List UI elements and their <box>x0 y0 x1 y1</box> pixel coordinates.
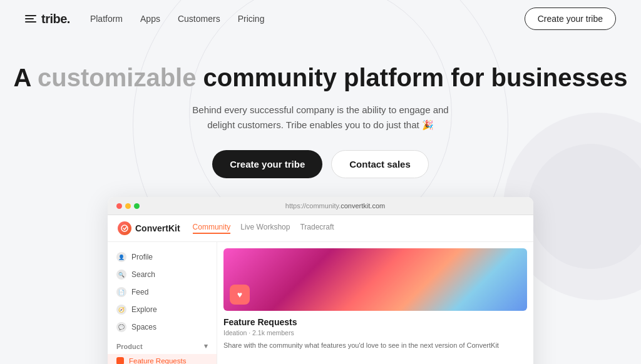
navbar-cta-button[interactable]: Create your tribe <box>525 8 616 30</box>
nav-platform[interactable]: Platform <box>90 14 123 24</box>
browser-dot-yellow[interactable] <box>125 203 131 209</box>
explore-icon: 🧭 <box>116 305 126 315</box>
chevron-down-icon: ▾ <box>204 342 208 350</box>
url-highlight: convertkit.com <box>341 202 385 210</box>
navbar-cta: Create your tribe <box>525 8 616 30</box>
feature-image: ♥ <box>223 248 527 311</box>
app-brand-icon <box>118 221 131 235</box>
sidebar-label-explore: Explore <box>131 305 157 314</box>
sidebar-item-explore[interactable]: 🧭 Explore <box>108 301 217 318</box>
app-main: ♥ Feature Requests Ideation · 2.1k membe… <box>217 242 533 364</box>
spaces-icon: 💬 <box>116 322 126 332</box>
hamburger-icon[interactable] <box>25 15 36 23</box>
sidebar-section-header: Product ▾ <box>108 336 217 354</box>
hero-title-accent: customizable <box>38 64 196 91</box>
url-text: https://community. <box>285 202 341 210</box>
app-brand: ConvertKit <box>118 221 180 235</box>
navbar: tribe. Platform Apps Customers Pricing C… <box>0 0 641 38</box>
demo-container: https://community.convertkit.com Convert… <box>0 197 641 364</box>
hero-title: A customizable community platform for bu… <box>13 63 628 93</box>
hero-cta-secondary[interactable]: Contact sales <box>331 150 429 178</box>
feature-title: Feature Requests <box>223 317 527 327</box>
feature-description: Share with the community what features y… <box>223 340 527 351</box>
nav-links: Platform Apps Customers Pricing <box>90 14 525 24</box>
sidebar-item-profile[interactable]: 👤 Profile <box>108 248 217 266</box>
hero-title-prefix: A <box>14 64 38 91</box>
svg-point-0 <box>121 225 128 231</box>
browser-window: https://community.convertkit.com Convert… <box>108 197 533 364</box>
hero-section: A customizable community platform for bu… <box>0 38 641 197</box>
logo-text: tribe. <box>41 12 70 26</box>
hero-cta-primary[interactable]: Create your tribe <box>212 150 322 178</box>
browser-dot-red[interactable] <box>116 203 122 209</box>
app-sidebar: 👤 Profile 🔍 Search 📄 Feed 🧭 Explore 💬 <box>108 242 217 364</box>
sidebar-item-feature-requests[interactable]: Feature Requests <box>108 354 217 364</box>
browser-dot-green[interactable] <box>134 203 140 209</box>
feed-icon: 📄 <box>116 287 126 297</box>
sidebar-label-spaces: Spaces <box>131 323 156 331</box>
nav-customers[interactable]: Customers <box>178 14 220 24</box>
app-brand-name: ConvertKit <box>135 223 180 233</box>
search-icon: 🔍 <box>116 270 126 280</box>
browser-dots <box>116 203 140 209</box>
sidebar-label-profile: Profile <box>131 253 153 261</box>
app-nav-tabs: Community Live Workshop Tradecraft <box>193 223 334 234</box>
feature-meta: Ideation · 2.1k members <box>223 329 527 336</box>
hero-subtitle: Behind every successful company is the a… <box>183 103 458 133</box>
sidebar-item-feed[interactable]: 📄 Feed <box>108 283 217 301</box>
sidebar-label-feed: Feed <box>131 288 148 296</box>
browser-bar: https://community.convertkit.com <box>108 197 533 215</box>
app-content: 👤 Profile 🔍 Search 📄 Feed 🧭 Explore 💬 <box>108 242 533 364</box>
profile-icon: 👤 <box>116 252 126 262</box>
logo[interactable]: tribe. <box>25 12 70 26</box>
hero-title-suffix: community platform for businesses <box>196 64 627 91</box>
feature-image-gradient <box>223 248 527 311</box>
app-tab-tradecraft[interactable]: Tradecraft <box>300 223 334 234</box>
feature-card: ♥ Feature Requests Ideation · 2.1k membe… <box>217 242 533 357</box>
app-tab-community[interactable]: Community <box>193 223 231 234</box>
sidebar-label-search: Search <box>131 270 155 279</box>
sidebar-item-search[interactable]: 🔍 Search <box>108 266 217 283</box>
app-tab-workshop[interactable]: Live Workshop <box>240 223 290 234</box>
app-top-bar: ConvertKit Community Live Workshop Trade… <box>108 215 533 242</box>
nav-pricing[interactable]: Pricing <box>238 14 265 24</box>
sidebar-item-spaces[interactable]: 💬 Spaces <box>108 318 217 336</box>
sidebar-section-label: Product <box>116 343 143 350</box>
nav-apps[interactable]: Apps <box>140 14 160 24</box>
browser-url: https://community.convertkit.com <box>146 202 525 210</box>
heart-badge: ♥ <box>230 285 250 305</box>
sidebar-label-feature-requests: Feature Requests <box>129 357 186 364</box>
hero-buttons: Create your tribe Contact sales <box>13 150 628 178</box>
feature-requests-dot <box>116 357 124 364</box>
